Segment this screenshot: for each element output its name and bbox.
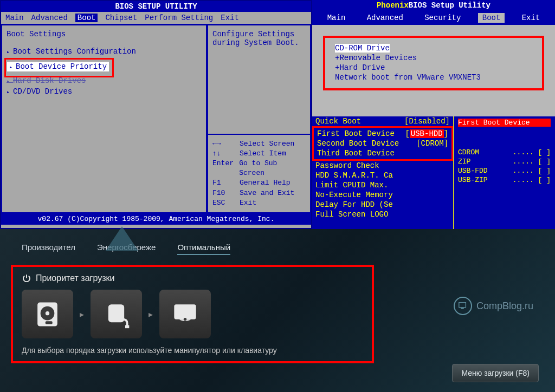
svg-rect-5: [125, 325, 129, 328]
award-option-usbzip[interactable]: USB-ZIP..... [ ]: [458, 176, 551, 184]
power-icon: [22, 273, 31, 283]
phoenix-tab-security[interactable]: Security: [420, 13, 465, 23]
computer-icon: [454, 297, 472, 315]
ami-item-boot-settings-config[interactable]: Boot Settings Configuration: [7, 47, 202, 56]
award-row-first-boot[interactable]: First Boot Device [USB-HDD]: [314, 129, 451, 139]
ami-item-hdd-drives[interactable]: Hard Disk Drives: [7, 76, 202, 85]
svg-rect-6: [174, 304, 196, 319]
award-row-third-boot[interactable]: Third Boot Device: [314, 148, 451, 158]
award-bios-window: Quick Boot [Disabled] First Boot Device …: [312, 116, 555, 229]
phoenix-boot-cdrom[interactable]: CD-ROM Drive: [335, 44, 390, 53]
hdd-icon: [33, 299, 62, 329]
phoenix-boot-removable[interactable]: +Removable Devices: [335, 54, 532, 62]
ami-item-cddvd-drives[interactable]: CD/DVD Drives: [7, 87, 202, 96]
svg-rect-3: [46, 321, 53, 324]
award-row-second-boot[interactable]: Second Boot Device [CDROM]: [314, 139, 451, 148]
ami-tab-boot[interactable]: Boot: [75, 14, 98, 22]
efi-device-hdd[interactable]: [22, 290, 73, 338]
phoenix-tab-boot[interactable]: Boot: [478, 13, 505, 23]
svg-rect-8: [459, 303, 466, 308]
award-row-quickboot[interactable]: Quick Boot [Disabled]: [312, 116, 453, 126]
ami-bios-window: BIOS SETUP UTILITY Main Advanced Boot Ch…: [0, 0, 312, 229]
efi-bios-window: Производител Энергосбереже Оптимальный П…: [0, 229, 555, 392]
award-row-password[interactable]: Password Check: [312, 161, 453, 171]
ami-help-keys: ←→Select Screen ↑↓Select Item EnterGo to…: [208, 135, 310, 212]
ami-right-panel: Configure Settings during System Boot. ←…: [207, 24, 311, 213]
highlight-box: Приоритет загрузки ▸ ▸: [11, 265, 374, 363]
efi-tab-optimal[interactable]: Оптимальный: [177, 243, 230, 255]
svg-point-7: [184, 317, 187, 321]
phoenix-bios-window: PhoenixBIOS Setup Utility Main Advanced …: [312, 0, 555, 116]
award-option-usbfdd[interactable]: USB-FDD..... [ ]: [458, 167, 551, 175]
ami-tab-chipset[interactable]: Chipset: [105, 14, 137, 22]
award-row-smart[interactable]: HDD S.M.A.R.T. Ca: [312, 171, 453, 180]
phoenix-boot-harddrive[interactable]: +Hard Drive: [335, 63, 532, 72]
efi-device-list: ▸ ▸: [22, 290, 363, 338]
watermark-logo: CompBlog.ru: [454, 297, 533, 315]
ami-left-panel: Boot Settings Boot Settings Configuratio…: [1, 24, 207, 213]
ami-tab-perform[interactable]: Perform Setting: [145, 14, 213, 22]
ami-tab-exit[interactable]: Exit: [221, 14, 239, 22]
chevron-right-icon: ▸: [147, 308, 154, 321]
ami-title: BIOS SETUP UTILITY: [1, 1, 311, 12]
award-right-panel: First Boot Device CDROM..... [ ] ZIP....…: [453, 116, 555, 229]
award-row-delay[interactable]: Delay For HDD (Se: [312, 200, 453, 210]
ami-tab-main[interactable]: Main: [5, 14, 24, 22]
efi-device-usb[interactable]: [91, 290, 142, 338]
phoenix-tab-advanced[interactable]: Advanced: [363, 13, 408, 23]
svg-rect-9: [461, 308, 463, 309]
efi-tablist: Производител Энергосбереже Оптимальный: [0, 229, 555, 260]
usb-drive-icon: [101, 299, 131, 329]
ami-section-title: Boot Settings: [7, 30, 202, 38]
optical-drive-icon: [170, 299, 200, 329]
boot-menu-button[interactable]: Меню загрузки (F8): [452, 364, 539, 382]
phoenix-tab-exit[interactable]: Exit: [518, 13, 545, 23]
ami-item-boot-device-priority[interactable]: Boot Device Priority: [7, 62, 109, 71]
highlight-box: CD-ROM Drive +Removable Devices +Hard Dr…: [323, 36, 544, 90]
efi-priority-heading: Приоритет загрузки: [22, 273, 363, 283]
award-row-noexecute[interactable]: No-Execute Memory: [312, 190, 453, 200]
phoenix-tablist: Main Advanced Security Boot Exit: [312, 11, 555, 25]
award-option-cdrom[interactable]: CDROM..... [ ]: [458, 148, 551, 156]
award-row-cpuid[interactable]: Limit CPUID Max.: [312, 180, 453, 190]
efi-device-cdrom[interactable]: [159, 290, 211, 338]
award-right-heading: First Boot Device: [458, 119, 551, 127]
phoenix-boot-network[interactable]: Network boot from VMware VMXNET3: [335, 73, 532, 82]
chevron-right-icon: ▸: [79, 308, 85, 321]
ami-help-text: Configure Settings during System Boot.: [208, 25, 310, 135]
ami-footer: v02.67 (C)Copyright 1985-2009, American …: [1, 213, 311, 225]
phoenix-tab-main[interactable]: Main: [323, 13, 350, 23]
highlight-box: Boot Device Priority: [4, 58, 114, 77]
svg-rect-4: [108, 304, 124, 322]
phoenix-title: PhoenixBIOS Setup Utility: [312, 0, 555, 11]
ami-tab-advanced[interactable]: Advanced: [31, 14, 68, 22]
efi-tab-manufacturer[interactable]: Производител: [22, 243, 75, 255]
svg-point-2: [46, 311, 49, 315]
decorative-triangle-icon: [106, 226, 138, 251]
ami-tablist: Main Advanced Boot Chipset Perform Setti…: [1, 12, 311, 24]
award-row-logo[interactable]: Full Screen LOGO: [312, 210, 453, 219]
efi-hint-text: Для выбора порядка загрузки используйте …: [22, 346, 363, 355]
award-option-zip[interactable]: ZIP..... [ ]: [458, 158, 551, 166]
highlight-box: First Boot Device [USB-HDD] Second Boot …: [312, 126, 453, 161]
